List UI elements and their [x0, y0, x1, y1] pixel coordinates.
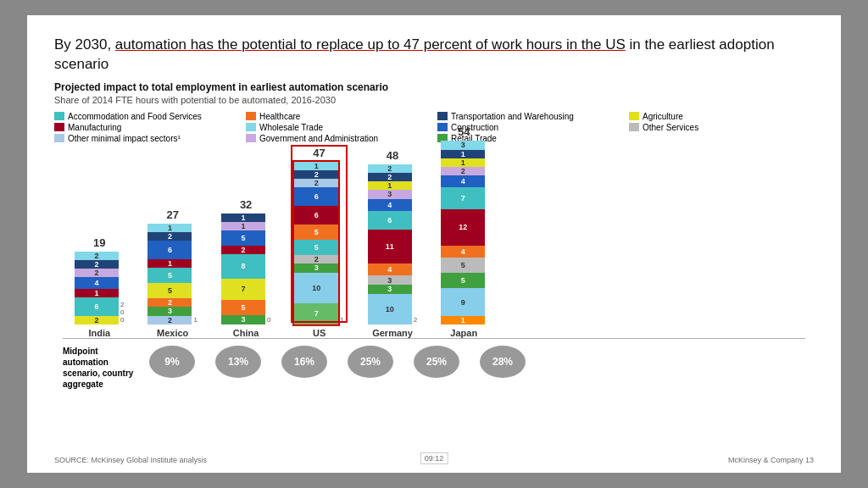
bar-segment: 5	[221, 300, 265, 315]
bar-segment: 8	[221, 254, 265, 279]
midpoint-circle-china: 16%	[281, 346, 327, 378]
bar-segment: 5	[441, 258, 485, 273]
legend-color	[246, 123, 256, 131]
bar-group-germany: 4822134611433102Germany	[368, 149, 417, 338]
bar-segment: 6	[294, 187, 338, 206]
legend-label: Agriculture	[643, 112, 683, 121]
bar-right-labels: 0	[267, 317, 270, 324]
bar-country-name: US	[313, 328, 326, 338]
legend-color	[629, 112, 639, 120]
bar-segment: 2	[368, 164, 412, 173]
bar-right-labels: 2	[414, 317, 417, 324]
bar-segment: 2	[441, 167, 485, 175]
bar-group-india: 192224162200India	[75, 236, 124, 338]
legend-item: Manufacturing	[54, 123, 239, 132]
bar-segment: 6	[368, 211, 412, 230]
bar-segment: 1	[221, 222, 265, 230]
slide-title: By 2030, automation has the potential to…	[54, 36, 814, 75]
legend-item: Accommodation and Food Services	[54, 112, 239, 121]
bar-total: 19	[93, 236, 105, 249]
bar-segment: 11	[368, 230, 412, 263]
bar-segment: 5	[147, 283, 192, 298]
bar-segment: 9	[441, 288, 485, 316]
legend-label: Wholesale Trade	[259, 123, 323, 132]
bar-segment: 3	[221, 315, 265, 324]
legend-color	[54, 123, 64, 131]
bar-total: 54	[458, 125, 470, 138]
bar-segment: 3	[368, 275, 412, 285]
bar-stack: 2224162	[75, 252, 119, 324]
bar-segment: 5	[294, 240, 338, 255]
legend-color	[246, 134, 256, 142]
bar-segment: 1	[75, 289, 119, 297]
chart-legend: Accommodation and Food ServicesHealthcar…	[54, 112, 814, 143]
company-label: McKinsey & Company 13	[728, 456, 814, 464]
bar-segment: 4	[441, 246, 485, 258]
slide: By 2030, automation has the potential to…	[27, 15, 841, 473]
bar-segment: 1	[147, 259, 192, 268]
legend-item: Wholesale Trade	[246, 123, 431, 132]
bar-segment: 5	[294, 225, 338, 240]
bar-right-labels: 1	[193, 317, 197, 324]
page-number: 09:12	[420, 452, 448, 464]
legend-label: Other minimal impact sectors¹	[68, 134, 181, 143]
bar-segment: 1	[294, 162, 338, 170]
bar-group-japan: 543112471245591Japan	[441, 125, 487, 338]
bar-segment: 5	[147, 268, 192, 283]
legend-label: Government and Administration	[259, 134, 378, 143]
bar-segment: 1	[368, 181, 412, 190]
bar-segment: 2	[75, 260, 119, 269]
legend-item: Healthcare	[246, 112, 431, 121]
bar-segment: 1	[147, 224, 192, 232]
legend-label: Healthcare	[259, 112, 300, 121]
bar-right-labels: 200	[120, 302, 124, 324]
bar-segment: 10	[368, 294, 412, 324]
bar-segment: 2	[294, 170, 338, 179]
bar-group-mexico: 271261552321Mexico	[147, 208, 197, 338]
bar-segment: 3	[147, 307, 192, 316]
chart-subtitle: Projected impact to total employment in …	[54, 81, 814, 93]
bar-segment: 2	[147, 232, 192, 241]
legend-color	[54, 134, 64, 142]
bar-stack: 2213461143310	[368, 164, 412, 324]
bar-total: 47	[313, 147, 325, 159]
bar-segment: 1	[441, 150, 485, 158]
legend-label: Manufacturing	[68, 123, 121, 132]
bar-segment: 3	[368, 190, 412, 199]
bar-segment: 2	[75, 269, 119, 277]
legend-color	[246, 112, 256, 120]
midpoint-circle-germany: 25%	[414, 346, 459, 378]
bar-segment: 5	[441, 273, 485, 288]
bar-right-labels: 1	[340, 317, 343, 324]
legend-item: Government and Administration	[246, 134, 431, 143]
legend-label: Other Services	[643, 123, 698, 132]
bar-stack: 126155232	[147, 224, 192, 324]
bar-group-china: 32115287530China	[221, 198, 270, 338]
bar-stack: 122665523107	[294, 162, 338, 324]
bar-segment: 2	[221, 246, 265, 254]
midpoint-circle-india: 9%	[149, 346, 195, 378]
chart-area: 192224162200India271261552321Mexico32115…	[54, 152, 814, 338]
bar-segment: 12	[441, 209, 485, 246]
bar-segment: 2	[368, 173, 412, 181]
bar-segment: 1	[221, 214, 265, 222]
bar-segment: 6	[294, 206, 338, 225]
bar-country-name: Mexico	[157, 328, 188, 338]
midpoint-circle-japan: 28%	[480, 346, 526, 378]
bar-total: 48	[387, 149, 398, 162]
bar-segment: 5	[221, 230, 265, 246]
bar-segment: 4	[441, 175, 485, 187]
bar-segment: 7	[441, 187, 485, 208]
bar-segment: 3	[368, 285, 412, 294]
bar-segment: 6	[147, 241, 192, 259]
legend-color	[629, 123, 639, 131]
bar-country-name: China	[233, 328, 259, 338]
bar-segment: 7	[294, 303, 338, 324]
bar-segment: 2	[294, 179, 338, 187]
source-label: SOURCE: McKinsey Global Institute analys…	[54, 456, 207, 464]
midpoint-circle-us: 25%	[348, 346, 393, 378]
midpoint-section: Midpoint automation scenario, country ag…	[54, 346, 814, 390]
bar-segment: 6	[75, 297, 119, 316]
bar-country-name: India	[88, 328, 110, 338]
legend-color	[54, 112, 64, 120]
